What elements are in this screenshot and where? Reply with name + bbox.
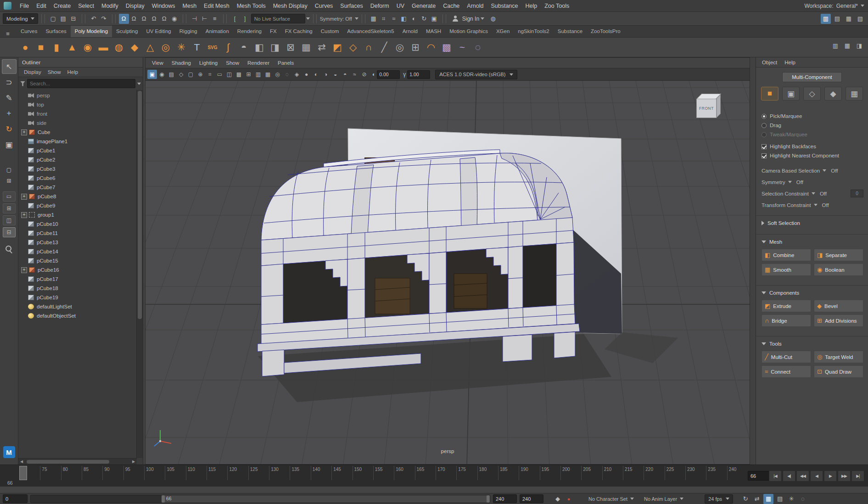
timeline-tick[interactable]: 100	[144, 466, 165, 480]
filter-icon[interactable]	[20, 81, 25, 86]
outliner-item[interactable]: defaultLightSet	[18, 302, 137, 311]
shadows-icon[interactable]: ◒	[330, 70, 340, 79]
outliner-horizontal-scrollbar[interactable]: ◀ ▶	[18, 458, 137, 465]
outliner-item[interactable]: pCube10	[18, 219, 137, 229]
boolean-button[interactable]: ◉Boolean	[814, 263, 863, 276]
viewport-menu-item[interactable]: View	[148, 60, 167, 66]
outliner-item[interactable]: pCube15	[18, 256, 137, 265]
poly-cylinder-icon[interactable]: ▮	[49, 39, 64, 55]
radio-option[interactable]: Tweak/Marquee	[762, 130, 863, 139]
scale-tool[interactable]: ▣	[2, 137, 17, 152]
frame-all-icon[interactable]: ◎	[273, 70, 282, 79]
outliner-menu-item[interactable]: Show	[45, 69, 64, 75]
redo-icon[interactable]: ↷	[99, 14, 109, 24]
mute-icon[interactable]: ◌	[798, 494, 808, 504]
outliner-item[interactable]: defaultObjectSet	[18, 311, 137, 320]
scroll-left-icon[interactable]: ◀	[19, 459, 24, 464]
image-plane-icon[interactable]: ▢	[186, 70, 196, 79]
toolkit-menu-item[interactable]: Help	[781, 60, 799, 65]
combo-row[interactable]: Selection Constraint Off 0	[762, 188, 863, 199]
live-surface-field[interactable]: No Live Surface	[251, 14, 305, 23]
use-all-lights-icon[interactable]: ◑	[321, 70, 330, 79]
shelf-tab[interactable]: Custom	[317, 26, 343, 37]
timeline-tick[interactable]: 105	[165, 466, 185, 480]
outliner-item[interactable]: pCube7	[18, 183, 137, 192]
target-weld-icon[interactable]: ◎	[392, 39, 408, 55]
output-connections-icon[interactable]: ⊢	[200, 14, 210, 24]
menu-item[interactable]: Display	[122, 0, 148, 12]
snap-to-projected-center-icon[interactable]: Ω	[149, 14, 159, 24]
bracket-right-icon[interactable]: ]	[240, 14, 250, 24]
toggle-tool-settings-icon[interactable]: ▦	[844, 14, 854, 24]
timeline-tick[interactable]: 75	[40, 466, 61, 480]
expand-toggle-icon[interactable]	[21, 129, 27, 135]
outliner-item[interactable]: pCube19	[18, 293, 137, 302]
expand-toggle-icon[interactable]	[21, 249, 26, 254]
soft-selection-section[interactable]: Soft Selection	[756, 215, 868, 230]
expand-toggle-icon[interactable]	[21, 258, 26, 263]
bevel-button[interactable]: ◆Bevel	[814, 300, 863, 312]
expand-toggle-icon[interactable]	[21, 102, 26, 107]
shelf-tab[interactable]: XGen	[492, 26, 514, 37]
outliner-item[interactable]: pCube18	[18, 284, 137, 293]
multi-cut-icon[interactable]: ╱	[376, 39, 392, 55]
view-cube[interactable]: FRONT	[694, 94, 722, 120]
camera-attributes-icon[interactable]: ▤	[167, 70, 176, 79]
booleans-icon[interactable]: ◓	[236, 39, 252, 55]
layout-single-pane-button[interactable]: ▭	[3, 191, 16, 202]
expand-toggle-icon[interactable]	[21, 121, 26, 126]
edge-mode-icon[interactable]: ◇	[803, 87, 821, 101]
outliner-vertical-scrollbar[interactable]	[136, 90, 143, 458]
animation-end-field[interactable]	[520, 494, 543, 503]
timeline-tick[interactable]: 80	[61, 466, 82, 480]
timeline-tick[interactable]: 130	[269, 466, 290, 480]
symmetry-selector[interactable]: Symmetry: Off	[320, 16, 358, 22]
shelf-tab[interactable]: FX Caching	[281, 26, 317, 37]
outliner-item[interactable]: pCube9	[18, 201, 137, 210]
outliner-item[interactable]: Cube	[18, 128, 137, 137]
smooth-button[interactable]: ▦Smooth	[762, 263, 811, 276]
dope-sheet-icon[interactable]: ▤	[775, 494, 785, 504]
range-start-handle[interactable]	[162, 495, 165, 503]
menu-item[interactable]: Mesh Display	[269, 0, 311, 12]
chevron-down-icon[interactable]	[306, 17, 310, 20]
outliner-menu-item[interactable]: Display	[21, 69, 44, 75]
pane-splitter[interactable]	[750, 57, 756, 465]
menu-item[interactable]: Curves	[311, 0, 337, 12]
outliner-item[interactable]: imagePlane1	[18, 137, 137, 146]
move-tool[interactable]: +	[2, 106, 17, 121]
poly-pipe-icon[interactable]: ◎	[158, 39, 174, 55]
type-tool-icon[interactable]: T	[189, 39, 205, 55]
timeline-tick[interactable]: 190	[519, 466, 539, 480]
timeline-tick[interactable]: 120	[227, 466, 248, 480]
timeline-tick[interactable]: 240	[727, 466, 748, 480]
shelf-tab[interactable]: Motion Graphics	[445, 26, 492, 37]
resolution-gate-icon[interactable]: ◫	[224, 70, 234, 79]
timeline-tick[interactable]: 185	[498, 466, 519, 480]
exposure-icon[interactable]: ◐	[372, 71, 375, 78]
menu-item[interactable]: Substance	[487, 0, 521, 12]
step-back-frame-button[interactable]: ◀|	[783, 470, 795, 482]
extrude-button[interactable]: ◩Extrude	[762, 300, 811, 312]
menu-item[interactable]: Zoo Tools	[541, 0, 573, 12]
timeline-tick[interactable]: 85	[82, 466, 102, 480]
step-back-key-button[interactable]: ◀◀	[796, 470, 809, 482]
poly-cone-icon[interactable]: ▲	[64, 39, 80, 55]
outliner-item[interactable]: pCube16	[18, 265, 137, 274]
menu-item[interactable]: Modify	[98, 0, 122, 12]
menu-item[interactable]: File	[16, 0, 33, 12]
outliner-item[interactable]: pCube8	[18, 192, 137, 201]
curve-warp-icon[interactable]: ~	[454, 39, 470, 55]
menu-item[interactable]: Edit Mesh	[200, 0, 233, 12]
group-divider[interactable]	[362, 14, 365, 23]
viewport-menu-item[interactable]: Panels	[274, 60, 297, 66]
playback-speed-icon[interactable]: ⇄	[752, 494, 762, 504]
group-divider[interactable]	[313, 14, 317, 23]
components-section-header[interactable]: Components	[762, 288, 863, 297]
bridge-button[interactable]: ∩Bridge	[762, 314, 811, 327]
outliner-item[interactable]: persp	[18, 91, 137, 100]
viewport-menu-item[interactable]: Show	[222, 60, 243, 66]
bevel-icon[interactable]: ◇	[345, 39, 361, 55]
expand-toggle-icon[interactable]	[21, 295, 26, 300]
shelf-tab[interactable]: Arnold	[398, 26, 422, 37]
